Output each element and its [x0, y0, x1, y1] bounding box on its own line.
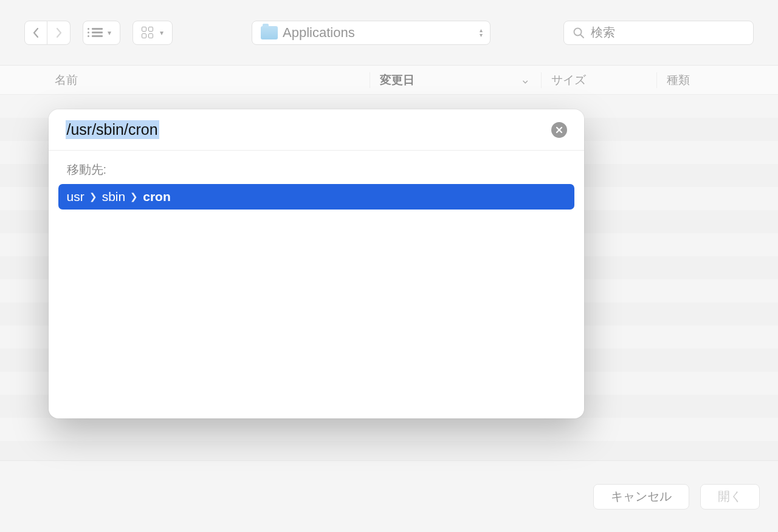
close-icon [556, 126, 563, 134]
path-input[interactable]: /usr/sbin/cron [66, 120, 159, 139]
path-segment: sbin [102, 189, 126, 204]
sheet-header: /usr/sbin/cron [49, 109, 584, 151]
path-segment: usr [67, 189, 84, 204]
goto-label: 移動先: [58, 162, 574, 184]
path-segment-last: cron [143, 189, 171, 204]
chevron-right-icon: ❯ [89, 191, 97, 202]
suggested-path-row[interactable]: usr ❯ sbin ❯ cron [58, 184, 574, 210]
chevron-right-icon: ❯ [130, 191, 138, 202]
sheet-body: 移動先: usr ❯ sbin ❯ cron [49, 151, 584, 220]
goto-sheet: /usr/sbin/cron 移動先: usr ❯ sbin ❯ cron [49, 109, 584, 418]
close-button[interactable] [551, 122, 567, 138]
